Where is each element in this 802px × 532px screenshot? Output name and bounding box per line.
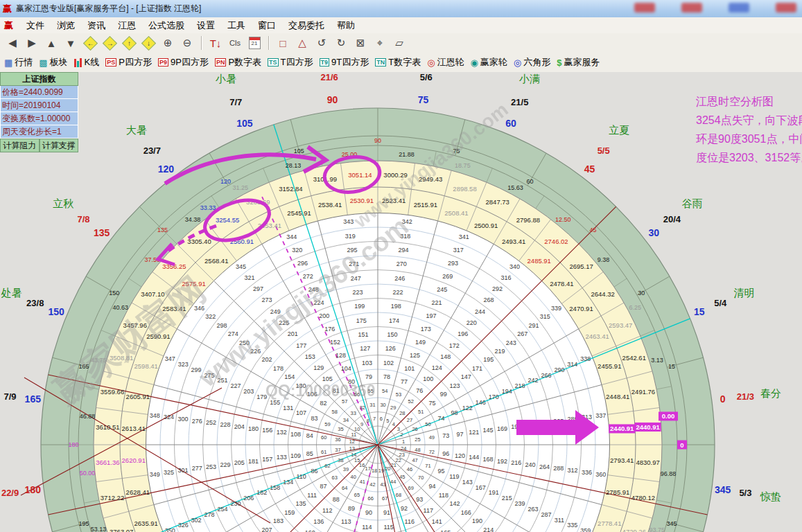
title-bar: 赢 赢家江恩专业版[赢家服务平台] - [上证指数 江恩轮] xyxy=(0,0,802,18)
view-button-hexagon[interactable]: ◎六角形 xyxy=(514,56,550,69)
svg-text:2898.58: 2898.58 xyxy=(453,185,476,193)
view-button-gann-wheel[interactable]: ◎江恩轮 xyxy=(427,56,464,69)
view-button-t-square[interactable]: TST四方形 xyxy=(268,56,313,69)
view-button-9t-square[interactable]: T99T四方形 xyxy=(320,56,369,69)
view-button-kline[interactable]: K线 xyxy=(74,56,100,69)
svg-text:84: 84 xyxy=(306,432,313,439)
svg-text:44: 44 xyxy=(390,479,396,485)
rotate-cw-button[interactable]: ↻ xyxy=(332,35,350,51)
pan-up-button[interactable]: ↑ xyxy=(120,35,138,51)
svg-text:178: 178 xyxy=(273,365,284,372)
svg-text:181: 181 xyxy=(248,458,259,465)
menu-item[interactable]: 文件 xyxy=(20,18,51,33)
svg-text:4: 4 xyxy=(392,421,395,427)
triangle-tool-icon[interactable]: △ xyxy=(293,35,311,51)
svg-text:20: 20 xyxy=(385,466,390,472)
view-button-winner-service[interactable]: $赢家服务 xyxy=(557,56,600,69)
svg-text:116: 116 xyxy=(405,518,415,525)
zoom-in-button[interactable]: ⊕ xyxy=(159,35,177,51)
menu-item[interactable]: 江恩 xyxy=(112,18,142,33)
svg-text:171: 171 xyxy=(472,365,482,372)
svg-text:194: 194 xyxy=(502,388,512,395)
svg-text:197: 197 xyxy=(426,312,437,319)
zoom-out-button[interactable]: ⊖ xyxy=(178,35,196,51)
view-button-t-number-table[interactable]: TNT数字表 xyxy=(375,56,421,69)
nav-back-button[interactable]: ◀ xyxy=(3,35,21,51)
svg-text:2542.61: 2542.61 xyxy=(622,354,646,362)
view-button-blocks[interactable]: ▩板块 xyxy=(39,56,67,69)
pan-right-button[interactable]: → xyxy=(101,35,119,51)
svg-text:90: 90 xyxy=(327,94,338,105)
svg-text:230: 230 xyxy=(230,500,241,507)
svg-text:156: 156 xyxy=(262,427,272,434)
menu-item[interactable]: 浏览 xyxy=(51,18,81,33)
svg-text:132: 132 xyxy=(277,429,287,436)
pan-down-button[interactable]: ↓ xyxy=(139,35,157,51)
calendar-button[interactable]: 21 xyxy=(245,35,263,51)
view-button-9p-square[interactable]: P99P四方形 xyxy=(158,56,209,69)
view-button-winner-wheel[interactable]: ◉赢家轮 xyxy=(471,56,507,69)
svg-text:94: 94 xyxy=(429,483,436,490)
delete-box-button[interactable]: ⊠ xyxy=(351,35,369,51)
view-button-p-number-table[interactable]: PNP数字表 xyxy=(215,56,261,69)
svg-text:348: 348 xyxy=(150,412,160,419)
svg-text:278: 278 xyxy=(204,511,215,518)
svg-text:127: 127 xyxy=(360,345,370,352)
calc-support-button[interactable]: 计算支撑 xyxy=(40,139,79,152)
p-number-table-icon: PN xyxy=(215,58,227,66)
svg-text:298: 298 xyxy=(217,322,227,329)
nav-down-button[interactable]: ▼ xyxy=(62,35,80,51)
svg-text:165: 165 xyxy=(440,529,451,532)
svg-text:53.13: 53.13 xyxy=(91,526,107,532)
menu-item[interactable]: 工具 xyxy=(221,18,252,33)
svg-text:165: 165 xyxy=(25,393,42,405)
nav-up-button[interactable]: ▲ xyxy=(42,35,60,51)
view-button-p-square[interactable]: PSP四方形 xyxy=(105,56,152,69)
svg-text:46: 46 xyxy=(407,466,412,472)
menu-item[interactable]: 资讯 xyxy=(81,18,112,33)
svg-text:204: 204 xyxy=(234,423,245,430)
svg-text:58: 58 xyxy=(332,409,338,415)
svg-text:3: 3 xyxy=(397,426,400,432)
svg-text:221: 221 xyxy=(431,299,442,306)
rotate-ccw-button[interactable]: ↺ xyxy=(313,35,331,51)
nav-forward-button[interactable]: ▶ xyxy=(23,35,41,51)
view-button-label: T数字表 xyxy=(388,56,421,69)
svg-text:2478.41: 2478.41 xyxy=(550,280,573,287)
menu-item[interactable]: 公式选股 xyxy=(142,18,191,33)
eraser-button[interactable]: ▱ xyxy=(390,35,408,51)
cls-button[interactable]: Cls xyxy=(226,35,244,51)
svg-text:22/9: 22/9 xyxy=(1,488,19,498)
svg-text:287: 287 xyxy=(541,511,551,518)
svg-text:15: 15 xyxy=(668,363,675,370)
menu-item[interactable]: 设置 xyxy=(191,18,221,33)
svg-text:23/8: 23/8 xyxy=(26,298,44,308)
gann-wheel-svg: 1234567891011121314151617181920212223242… xyxy=(0,72,802,532)
panel-field: 周天变化步长=1 xyxy=(0,125,78,139)
svg-text:98: 98 xyxy=(451,409,457,416)
menu-item[interactable]: 窗口 xyxy=(252,18,282,33)
view-button-label: T四方形 xyxy=(281,56,313,69)
svg-text:229: 229 xyxy=(220,461,230,468)
rect-tool-icon[interactable]: □ xyxy=(274,35,292,51)
pan-left-button[interactable]: ← xyxy=(81,35,99,51)
view-button-quotes[interactable]: ▦行情 xyxy=(4,56,33,69)
toolbar-main: ◀▶▲▼←→↑↓⊕⊖T↓Cls21□△↺↻⊠⌖▱ xyxy=(0,33,802,53)
svg-text:34: 34 xyxy=(343,417,349,423)
svg-text:268: 268 xyxy=(484,296,494,303)
crosshair-button[interactable]: ⌖ xyxy=(371,35,389,51)
svg-text:90: 90 xyxy=(374,137,381,144)
calc-resistance-button[interactable]: 计算阻力 xyxy=(0,139,40,152)
svg-text:291: 291 xyxy=(528,322,539,329)
svg-text:177: 177 xyxy=(296,342,306,349)
menu-item[interactable]: 交易委托 xyxy=(282,18,331,33)
svg-text:114: 114 xyxy=(362,524,372,531)
svg-text:20/4: 20/4 xyxy=(663,214,681,224)
svg-text:321: 321 xyxy=(244,274,254,281)
svg-text:223: 223 xyxy=(353,289,363,296)
svg-text:120: 120 xyxy=(158,163,175,175)
t-cycle-button[interactable]: T↓ xyxy=(207,35,225,51)
svg-text:338: 338 xyxy=(580,355,591,362)
menu-item[interactable]: 帮助 xyxy=(331,18,361,33)
svg-text:96: 96 xyxy=(442,450,449,457)
